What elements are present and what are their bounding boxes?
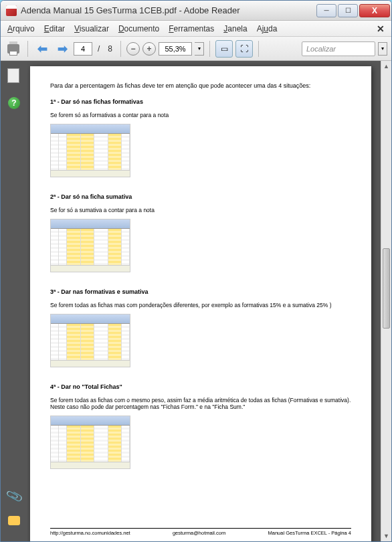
page-footer: http://gesturma.no.comunidades.net gestu… bbox=[50, 528, 351, 536]
prev-page-button[interactable]: ⬅ bbox=[33, 40, 51, 58]
attachments-button[interactable]: 📎 bbox=[7, 489, 21, 504]
section1-thumbnail bbox=[50, 124, 130, 177]
section2-title: 2ª - Dar só na ficha sumativa bbox=[50, 193, 351, 200]
intro-text: Para dar a percentagem às fichas deve te… bbox=[50, 82, 351, 89]
footer-center: gesturma@hotmail.com bbox=[173, 530, 225, 536]
menu-ajuda[interactable]: Ajuda bbox=[257, 24, 278, 33]
separator bbox=[27, 41, 28, 57]
fit-page-button[interactable]: ▭ bbox=[215, 40, 233, 58]
pages-icon bbox=[9, 70, 19, 83]
pages-panel-button[interactable] bbox=[7, 69, 21, 84]
separator bbox=[258, 41, 259, 57]
search-placeholder: Localizar bbox=[306, 45, 336, 53]
menu-visualizar[interactable]: Visualizar bbox=[74, 24, 109, 33]
section1-title: 1ª - Dar só nas fichas formativas bbox=[50, 98, 351, 105]
toolbar: ⬅ ➡ / 8 − + ▾ ▭ ⛶ Localizar ▾ bbox=[1, 37, 391, 61]
document-viewport[interactable]: Para dar a percentagem às fichas deve te… bbox=[27, 61, 391, 541]
section2-thumbnail bbox=[50, 219, 130, 272]
section3-thumbnail bbox=[50, 314, 130, 367]
menubar-close-icon[interactable]: ✕ bbox=[377, 23, 385, 34]
menu-janela[interactable]: Janela bbox=[223, 24, 247, 33]
zoom-in-button[interactable]: + bbox=[142, 42, 156, 56]
window-buttons: ─ ☐ X bbox=[316, 4, 390, 17]
section4-desc: Se forem todas as fichas com o mesmo pes… bbox=[50, 397, 351, 410]
print-button[interactable] bbox=[5, 40, 22, 58]
search-dropdown[interactable]: ▾ bbox=[378, 42, 387, 56]
separator bbox=[209, 41, 210, 57]
scroll-up-button[interactable]: ▲ bbox=[381, 61, 391, 72]
content-area: ? 📎 Para dar a percentagem às fichas dev… bbox=[1, 61, 391, 541]
footer-left: http://gesturma.no.comunidades.net bbox=[50, 530, 130, 536]
scroll-thumb[interactable] bbox=[383, 248, 390, 329]
separator bbox=[120, 41, 121, 57]
zoom-dropdown[interactable]: ▾ bbox=[195, 42, 204, 56]
titlebar: Adenda Manual 15 GesTurma 1CEB.pdf - Ado… bbox=[1, 1, 391, 21]
search-input[interactable]: Localizar bbox=[302, 41, 375, 56]
menu-arquivo[interactable]: Arquivo bbox=[7, 24, 35, 33]
window-title: Adenda Manual 15 GesTurma 1CEB.pdf - Ado… bbox=[21, 5, 316, 15]
scroll-down-button[interactable]: ▼ bbox=[381, 531, 391, 541]
section3-title: 3ª - Dar nas formativas e sumativa bbox=[50, 288, 351, 295]
section2-desc: Se for só a sumativa a contar para a not… bbox=[50, 207, 351, 213]
zoom-out-button[interactable]: − bbox=[126, 42, 140, 56]
maximize-button[interactable]: ☐ bbox=[338, 4, 358, 17]
page-separator: / bbox=[98, 44, 100, 54]
help-button[interactable]: ? bbox=[7, 96, 21, 110]
print-icon bbox=[7, 44, 19, 54]
menubar: Arquivo Editar Visualizar Documento Ferr… bbox=[1, 21, 391, 37]
section1-desc: Se forem só as formativas a contar para … bbox=[50, 112, 351, 118]
comment-icon bbox=[8, 516, 20, 525]
fit-width-button[interactable]: ⛶ bbox=[235, 40, 253, 58]
section3-desc: Se forem todas as fichas mas com pondera… bbox=[50, 302, 351, 308]
menu-editar[interactable]: Editar bbox=[44, 24, 65, 33]
page-content: Para dar a percentagem às fichas deve te… bbox=[50, 82, 351, 469]
next-page-button[interactable]: ➡ bbox=[54, 40, 71, 58]
close-button[interactable]: X bbox=[359, 4, 390, 17]
menu-ferramentas[interactable]: Ferramentas bbox=[169, 24, 214, 33]
zoom-level-input[interactable] bbox=[159, 42, 192, 56]
app-window: Adenda Manual 15 GesTurma 1CEB.pdf - Ado… bbox=[0, 0, 392, 542]
menu-documento[interactable]: Documento bbox=[118, 24, 159, 33]
page-total: 8 bbox=[108, 44, 112, 54]
footer-right: Manual GesTurma EXCEL - Página 4 bbox=[268, 530, 351, 536]
sidebar-bottom: 📎 bbox=[7, 489, 21, 528]
section4-thumbnail bbox=[50, 416, 130, 469]
page-number-input[interactable] bbox=[74, 42, 92, 56]
pdf-page: Para dar a percentagem às fichas deve te… bbox=[30, 66, 371, 541]
minimize-button[interactable]: ─ bbox=[316, 4, 336, 17]
paperclip-icon: 📎 bbox=[5, 487, 23, 506]
comments-button[interactable] bbox=[7, 513, 21, 528]
help-icon: ? bbox=[8, 97, 20, 109]
section4-title: 4ª - Dar no "Total Fichas" bbox=[50, 383, 351, 390]
sidebar: ? 📎 bbox=[1, 61, 27, 541]
vertical-scrollbar[interactable]: ▲ ▼ bbox=[381, 61, 391, 541]
app-icon bbox=[6, 5, 17, 16]
